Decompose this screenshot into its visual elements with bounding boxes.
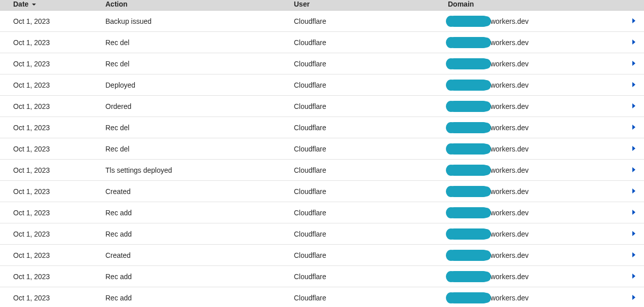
domain-suffix: .workers.dev xyxy=(488,230,528,238)
chevron-right-icon xyxy=(631,231,636,237)
expand-row-button[interactable] xyxy=(628,294,640,300)
column-header-user[interactable]: User xyxy=(290,0,444,11)
chevron-right-icon xyxy=(631,145,636,151)
cell-domain: .workers.dev xyxy=(444,245,624,266)
cell-domain: .workers.dev xyxy=(444,74,624,96)
cell-domain: .workers.dev xyxy=(444,53,624,74)
expand-row-button[interactable] xyxy=(628,209,640,215)
expand-row-button[interactable] xyxy=(628,60,640,66)
column-header-domain-label: Domain xyxy=(448,0,474,8)
redacted-subdomain xyxy=(448,228,489,240)
cell-user: Cloudflare xyxy=(290,181,444,202)
sort-desc-icon xyxy=(31,0,36,8)
cell-date: Oct 1, 2023 xyxy=(0,96,101,117)
cell-action: Tls settings deployed xyxy=(101,160,290,181)
table-row: Oct 1, 2023Rec delCloudflare.workers.dev xyxy=(0,32,644,53)
expand-row-button[interactable] xyxy=(628,145,640,151)
expand-row-button[interactable] xyxy=(628,39,640,45)
cell-action: Rec add xyxy=(101,287,290,308)
cell-date: Oct 1, 2023 xyxy=(0,266,101,287)
redacted-subdomain xyxy=(448,292,489,303)
table-row: Oct 1, 2023DeployedCloudflare.workers.de… xyxy=(0,74,644,96)
cell-domain: .workers.dev xyxy=(444,32,624,53)
column-header-action[interactable]: Action xyxy=(101,0,290,11)
redacted-subdomain xyxy=(448,37,489,48)
expand-row-button[interactable] xyxy=(628,82,640,88)
column-header-user-label: User xyxy=(294,0,310,8)
redacted-subdomain xyxy=(448,16,489,27)
cell-user: Cloudflare xyxy=(290,53,444,74)
expand-row-button[interactable] xyxy=(628,231,640,237)
cell-user: Cloudflare xyxy=(290,223,444,245)
redacted-subdomain xyxy=(448,207,489,218)
cell-date: Oct 1, 2023 xyxy=(0,287,101,308)
expand-row-button[interactable] xyxy=(628,124,640,130)
domain-suffix: .workers.dev xyxy=(488,251,528,259)
cell-expand xyxy=(624,74,644,96)
table-row: Oct 1, 2023OrderedCloudflare.workers.dev xyxy=(0,96,644,117)
expand-row-button[interactable] xyxy=(628,188,640,194)
cell-expand xyxy=(624,181,644,202)
expand-row-button[interactable] xyxy=(628,167,640,173)
table-row: Oct 1, 2023Rec addCloudflare.workers.dev xyxy=(0,223,644,245)
cell-expand xyxy=(624,245,644,266)
domain-suffix: .workers.dev xyxy=(488,102,528,110)
cell-action: Ordered xyxy=(101,96,290,117)
cell-action: Deployed xyxy=(101,74,290,96)
chevron-right-icon xyxy=(631,209,636,215)
cell-date: Oct 1, 2023 xyxy=(0,53,101,74)
cell-expand xyxy=(624,223,644,245)
cell-expand xyxy=(624,287,644,308)
cell-date: Oct 1, 2023 xyxy=(0,117,101,138)
domain-suffix: .workers.dev xyxy=(488,124,528,132)
expand-row-button[interactable] xyxy=(628,18,640,24)
cell-action: Rec del xyxy=(101,117,290,138)
redacted-subdomain xyxy=(448,186,489,197)
cell-date: Oct 1, 2023 xyxy=(0,223,101,245)
chevron-right-icon xyxy=(631,188,636,194)
expand-row-button[interactable] xyxy=(628,273,640,279)
column-header-date-label: Date xyxy=(13,0,28,8)
table-row: Oct 1, 2023Tls settings deployedCloudfla… xyxy=(0,160,644,181)
column-header-domain[interactable]: Domain xyxy=(444,0,624,11)
cell-user: Cloudflare xyxy=(290,245,444,266)
cell-date: Oct 1, 2023 xyxy=(0,181,101,202)
cell-action: Rec del xyxy=(101,138,290,160)
cell-expand xyxy=(624,11,644,32)
domain-suffix: .workers.dev xyxy=(488,294,528,302)
cell-expand xyxy=(624,117,644,138)
column-header-date[interactable]: Date xyxy=(0,0,101,11)
chevron-right-icon xyxy=(631,124,636,130)
audit-log-table: Date Action User Domain Oct 1, 2023Backu… xyxy=(0,0,644,307)
cell-user: Cloudflare xyxy=(290,287,444,308)
expand-row-button[interactable] xyxy=(628,252,640,258)
cell-action: Created xyxy=(101,181,290,202)
cell-date: Oct 1, 2023 xyxy=(0,202,101,223)
cell-date: Oct 1, 2023 xyxy=(0,11,101,32)
chevron-right-icon xyxy=(631,273,636,279)
chevron-right-icon xyxy=(631,167,636,173)
cell-date: Oct 1, 2023 xyxy=(0,245,101,266)
table-header-row: Date Action User Domain xyxy=(0,0,644,11)
domain-suffix: .workers.dev xyxy=(488,39,528,47)
cell-action: Rec add xyxy=(101,202,290,223)
cell-user: Cloudflare xyxy=(290,117,444,138)
cell-action: Backup issued xyxy=(101,11,290,32)
chevron-right-icon xyxy=(631,294,636,300)
redacted-subdomain xyxy=(448,101,489,112)
cell-user: Cloudflare xyxy=(290,32,444,53)
cell-domain: .workers.dev xyxy=(444,202,624,223)
cell-expand xyxy=(624,138,644,160)
cell-domain: .workers.dev xyxy=(444,287,624,308)
cell-date: Oct 1, 2023 xyxy=(0,74,101,96)
cell-user: Cloudflare xyxy=(290,160,444,181)
domain-suffix: .workers.dev xyxy=(488,209,528,217)
expand-row-button[interactable] xyxy=(628,103,640,109)
domain-suffix: .workers.dev xyxy=(488,60,528,68)
cell-action: Rec del xyxy=(101,53,290,74)
chevron-right-icon xyxy=(631,103,636,109)
table-row: Oct 1, 2023Rec addCloudflare.workers.dev xyxy=(0,287,644,308)
table-row: Oct 1, 2023Backup issuedCloudflare.worke… xyxy=(0,11,644,32)
redacted-subdomain xyxy=(448,80,489,91)
domain-suffix: .workers.dev xyxy=(488,273,528,281)
